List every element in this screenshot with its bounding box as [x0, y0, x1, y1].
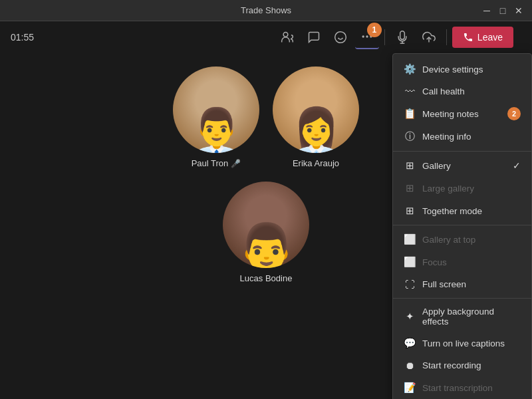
menu-item-gallery-top: ⬜Gallery at top [393, 228, 531, 251]
share-button[interactable] [417, 25, 441, 49]
close-button[interactable]: ✕ [513, 5, 524, 16]
participant-paul: Paul Tron 🎤 [173, 66, 259, 168]
menu-divider [393, 151, 531, 152]
video-row-bottom: Lucas Bodine [223, 182, 309, 283]
menu-badge-meeting-notes: 2 [507, 107, 521, 120]
menu-label-full-screen: Full screen [422, 279, 466, 289]
more-options-button[interactable]: 1 [355, 25, 379, 49]
menu-item-focus: ⬜Focus [393, 251, 531, 273]
menu-icon-start-recording: ⏺ [404, 360, 416, 371]
menu-divider [393, 225, 531, 225]
menu-icon-meeting-notes: 📋 [404, 108, 416, 120]
menu-label-device-settings: Device settings [422, 65, 483, 74]
menu-icon-live-captions: 💬 [404, 337, 416, 349]
toolbar-divider-2 [446, 29, 447, 45]
participant-erika: Erika Araujo [273, 66, 359, 168]
menu-label-meeting-notes: Meeting notes [422, 109, 479, 119]
toolbar: 01:55 1 [0, 21, 532, 53]
avatar-paul [173, 66, 259, 153]
menu-item-meeting-notes[interactable]: 📋Meeting notes2 [393, 102, 531, 125]
menu-check-gallery: ✓ [513, 160, 521, 171]
menu-item-device-settings[interactable]: ⚙️Device settings [393, 58, 531, 80]
menu-label-meeting-info: Meeting info [422, 132, 471, 142]
menu-label-gallery: Gallery [422, 161, 451, 171]
menu-label-live-captions: Turn on live captions [422, 338, 505, 348]
menu-label-background-effects: Apply background effects [422, 307, 521, 327]
maximize-button[interactable]: □ [497, 5, 508, 16]
participant-name-lucas: Lucas Bodine [240, 273, 293, 283]
menu-item-together-mode[interactable]: ⊞Together mode [393, 200, 531, 222]
participant-name-erika: Erika Araujo [293, 158, 339, 168]
menu-icon-gallery-top: ⬜ [404, 233, 416, 245]
menu-label-start-recording: Start recording [422, 360, 481, 370]
menu-icon-device-settings: ⚙️ [404, 63, 416, 75]
title-bar-controls: ─ □ ✕ [481, 5, 524, 16]
menu-item-gallery[interactable]: ⊞Gallery✓ [393, 154, 531, 177]
menu-icon-focus: ⬜ [404, 256, 416, 268]
menu-label-gallery-top: Gallery at top [422, 235, 475, 245]
menu-item-live-captions[interactable]: 💬Turn on live captions [393, 332, 531, 354]
svg-point-5 [366, 35, 368, 37]
menu-item-background-effects[interactable]: ✦Apply background effects [393, 301, 531, 332]
more-options-menu: ⚙️Device settings〰Call health📋Meeting no… [392, 53, 532, 399]
participants-button[interactable] [275, 25, 299, 49]
menu-icon-background-effects: ✦ [404, 311, 416, 323]
menu-label-focus: Focus [422, 257, 447, 267]
svg-point-0 [283, 33, 288, 37]
reactions-button[interactable] [329, 25, 352, 49]
menu-icon-gallery: ⊞ [404, 160, 416, 172]
menu-icon-together-mode: ⊞ [404, 205, 416, 217]
toolbar-icons: 1 Leave [275, 25, 513, 49]
more-options-badge: 1 [367, 23, 382, 37]
menu-label-together-mode: Together mode [422, 206, 482, 216]
menu-item-call-health[interactable]: 〰Call health [393, 80, 531, 102]
menu-item-meeting-info[interactable]: ⓘMeeting info [393, 125, 531, 148]
menu-item-large-gallery: ⊞Large gallery [393, 177, 531, 200]
video-row-top: Paul Tron 🎤 Erika Araujo [173, 66, 359, 168]
menu-icon-start-transcription: 📝 [404, 382, 416, 394]
menu-icon-full-screen: ⛶ [404, 279, 416, 290]
minimize-button[interactable]: ─ [481, 5, 492, 16]
main-content: Paul Tron 🎤 Erika Araujo Lucas Bodine 👩 [0, 53, 532, 399]
leave-button[interactable]: Leave [452, 27, 513, 48]
menu-icon-call-health: 〰 [404, 86, 416, 97]
participant-name-paul: Paul Tron 🎤 [192, 158, 241, 168]
title-bar: Trade Shows ─ □ ✕ [0, 0, 532, 21]
menu-divider [393, 298, 531, 299]
svg-point-4 [362, 35, 364, 37]
microphone-button[interactable] [390, 25, 414, 49]
participant-lucas: Lucas Bodine [223, 182, 309, 283]
call-timer: 01:55 [11, 32, 34, 43]
menu-label-call-health: Call health [422, 86, 465, 96]
avatar-erika [273, 66, 359, 153]
menu-item-start-recording[interactable]: ⏺Start recording [393, 354, 531, 376]
mute-icon-paul: 🎤 [231, 159, 241, 168]
avatar-lucas [223, 182, 309, 268]
menu-item-start-transcription: 📝Start transcription [393, 376, 531, 399]
menu-item-full-screen[interactable]: ⛶Full screen [393, 273, 531, 295]
menu-label-start-transcription: Start transcription [422, 383, 493, 393]
menu-icon-large-gallery: ⊞ [404, 182, 416, 194]
leave-label: Leave [477, 32, 503, 43]
chat-button[interactable] [302, 25, 326, 49]
toolbar-divider [384, 29, 385, 45]
window-title: Trade Shows [241, 5, 291, 15]
menu-label-large-gallery: Large gallery [422, 184, 474, 194]
svg-point-1 [335, 32, 346, 43]
menu-icon-meeting-info: ⓘ [404, 130, 416, 143]
